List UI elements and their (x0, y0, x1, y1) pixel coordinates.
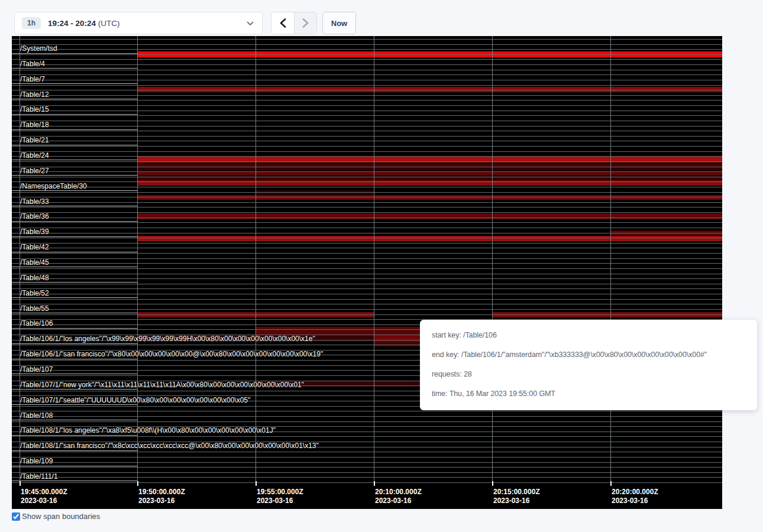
span-boundary-line (12, 136, 722, 137)
span-boundary-line (12, 416, 722, 417)
chevron-right-icon (302, 18, 309, 28)
chevron-left-icon (280, 18, 286, 28)
row-label: /Table/55 (20, 305, 49, 313)
axis-tick-label: 19:55:00.000Z2023-03-16 (257, 488, 303, 505)
row-label: /Table/4 (20, 60, 45, 68)
row-label-underline (12, 53, 137, 54)
span-boundary-line (12, 126, 722, 126)
span-boundary-line (12, 121, 722, 121)
span-boundary-line (12, 243, 722, 244)
row-label-underline (12, 389, 137, 390)
span-boundary-line (12, 218, 722, 218)
heatmap-tooltip: start key: /Table/106 end key: /Table/10… (420, 320, 757, 410)
now-button[interactable]: Now (322, 12, 356, 34)
row-label-underline (12, 114, 137, 115)
span-boundary-line (12, 105, 722, 106)
prev-range-button[interactable] (271, 12, 294, 34)
span-boundary-line (12, 167, 722, 167)
row-label: /Table/48 (20, 274, 49, 282)
row-label-underline (12, 282, 137, 283)
checkbox-label: Show span boundaries (22, 512, 100, 521)
range-duration-badge: 1h (22, 17, 41, 29)
axis-tick (610, 481, 612, 486)
span-boundary-line (12, 59, 722, 60)
row-label: /Table/106/1/"san francisco"/"\x80\x00\x… (20, 351, 323, 358)
row-label: /Table/33 (20, 198, 49, 206)
range-label: 19:24 - 20:24 (UTC) (48, 19, 120, 28)
axis-tick (492, 481, 493, 486)
span-boundary-line (12, 95, 722, 96)
row-label-underline (12, 267, 137, 267)
span-boundary-line (12, 111, 722, 111)
span-boundary-line (12, 467, 722, 468)
time-range-selector[interactable]: 1h 19:24 - 20:24 (UTC) (14, 12, 263, 34)
axis-tick-label: 19:50:00.000Z2023-03-16 (138, 488, 185, 505)
heat-band (137, 236, 722, 241)
heat-band (137, 213, 722, 219)
next-range-button[interactable] (294, 12, 316, 34)
axis-tick-label: 20:10:00.000Z2023-03-16 (375, 488, 422, 505)
span-boundary-line (12, 64, 722, 65)
span-boundary-line (12, 253, 722, 254)
span-boundary-line (12, 187, 722, 187)
span-boundary-line (12, 228, 722, 228)
span-boundary-line (12, 80, 722, 80)
tooltip-requests: requests: 28 (432, 369, 745, 379)
row-label-underline (12, 160, 137, 160)
time-gridline (610, 36, 611, 484)
span-boundary-line (12, 70, 722, 70)
tooltip-time: time: Thu, 16 Mar 2023 19:55:00 GMT (432, 388, 745, 399)
axis-tick (374, 481, 375, 486)
row-label-underline (12, 206, 137, 206)
row-label-underline (12, 190, 137, 191)
span-boundary-line (12, 156, 722, 157)
axis-tick (256, 481, 257, 486)
span-boundary-line (12, 314, 722, 315)
span-boundary-line (12, 202, 722, 203)
row-label: /Table/108/1/"los angeles"/"\xa8\xf5\u00… (20, 427, 276, 434)
row-label-underline (12, 420, 137, 420)
span-boundary-line (12, 263, 722, 264)
time-gridline (374, 36, 374, 484)
row-label: /Table/39 (20, 228, 49, 236)
row-label-underline (12, 404, 137, 405)
row-label: /Table/24 (20, 152, 49, 160)
span-boundary-line (12, 278, 722, 279)
span-boundary-line (12, 212, 722, 213)
span-boundary-line (12, 192, 722, 193)
row-label: /Table/12 (20, 91, 49, 99)
span-boundary-line (12, 171, 722, 172)
row-label-underline (12, 297, 137, 298)
row-label: /Table/107/1/"seattle"/"UUUUUUD\x00\x80\… (20, 397, 250, 404)
span-boundary-line (12, 457, 722, 458)
span-boundary-line (12, 207, 722, 207)
span-boundary-line (12, 238, 722, 238)
span-boundary-line (12, 248, 722, 248)
heatmap-canvas[interactable]: /System/tsd/Table/4/Table/7/Table/12/Tab… (12, 36, 722, 509)
row-label: /Table/21 (20, 137, 49, 144)
row-label: /Table/107 (20, 366, 53, 374)
axis-tick-label: 19:45:00.000Z2023-03-16 (21, 488, 67, 505)
span-boundary-line (12, 151, 722, 152)
heat-band (137, 180, 722, 186)
span-boundary-line (12, 477, 722, 478)
time-gridline (256, 36, 256, 484)
span-boundary-line (12, 74, 722, 75)
row-label: /NamespaceTable/30 (20, 183, 87, 190)
span-boundary-line (12, 472, 722, 473)
tooltip-start-key: start key: /Table/106 (432, 330, 745, 340)
row-label-underline (12, 313, 137, 313)
span-boundary-line (12, 268, 722, 269)
span-boundary-line (12, 436, 722, 437)
span-boundary-line (12, 294, 722, 294)
span-boundary-line (12, 85, 722, 86)
row-label: /Table/106/1/"los angeles"/"\x99\x99\x99… (20, 335, 315, 343)
show-span-boundaries-checkbox[interactable] (12, 512, 20, 521)
row-label: /Table/18 (20, 121, 49, 129)
chevron-down-icon (247, 21, 254, 26)
span-boundary-line (12, 115, 722, 116)
span-boundary-line (12, 288, 722, 289)
span-boundary-line (12, 274, 722, 274)
span-boundary-line (12, 100, 722, 100)
row-label: /Table/106 (20, 320, 53, 327)
